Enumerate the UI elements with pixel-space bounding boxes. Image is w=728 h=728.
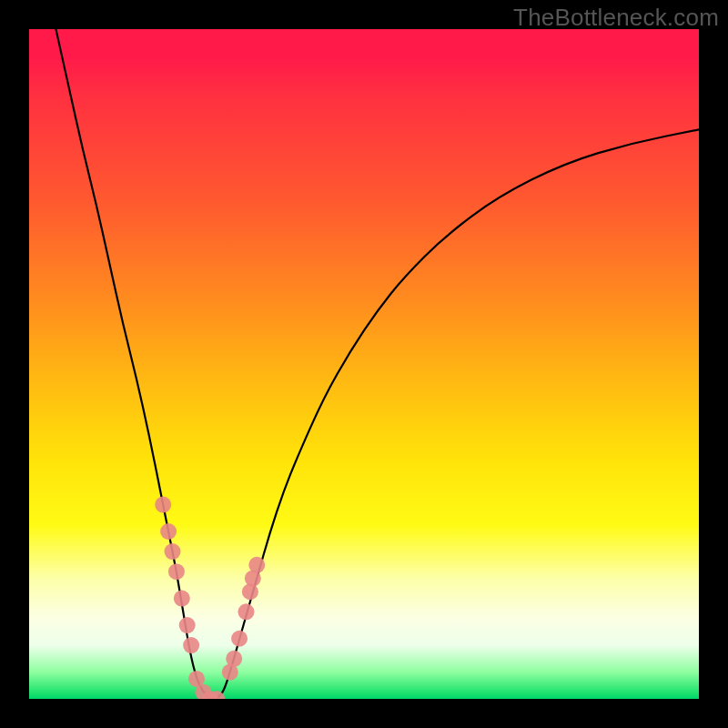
scatter-point [168,563,185,580]
scatter-point [160,523,177,540]
scatter-point [226,651,242,667]
highlighted-points [155,497,265,699]
scatter-point [231,631,248,647]
scatter-point [155,497,171,513]
plot-area [29,29,699,699]
scatter-point [248,557,265,573]
watermark-text: TheBottleneck.com [513,4,719,32]
chart-frame: TheBottleneck.com [0,0,728,728]
scatter-point [179,617,196,633]
scatter-point [174,591,190,607]
scatter-point [238,603,254,620]
scatter-point [165,543,181,560]
scatter-point [183,637,199,653]
bottleneck-curve [56,29,699,699]
curve-layer [29,29,699,699]
